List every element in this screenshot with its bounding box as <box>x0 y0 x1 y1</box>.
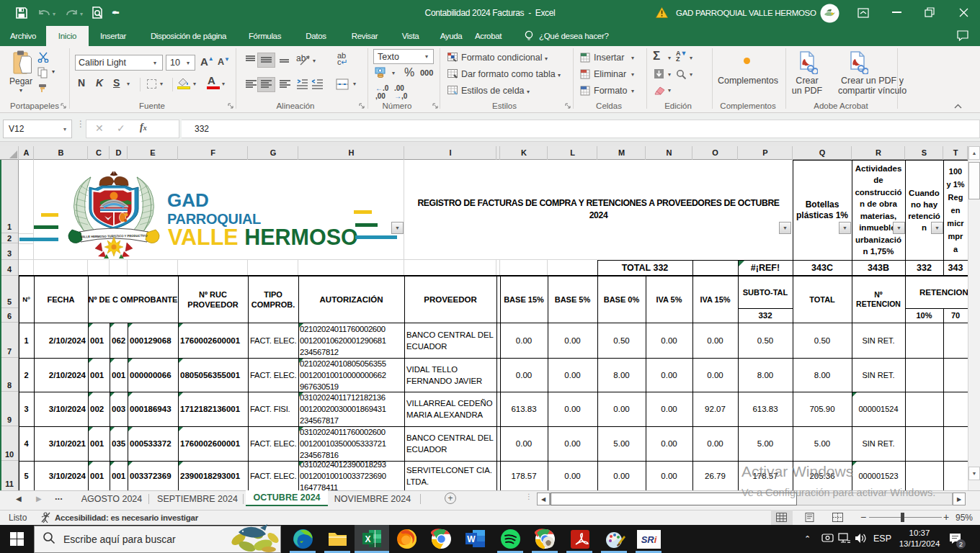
svg-text:W: W <box>467 534 476 544</box>
svg-text:X: X <box>365 534 370 544</box>
